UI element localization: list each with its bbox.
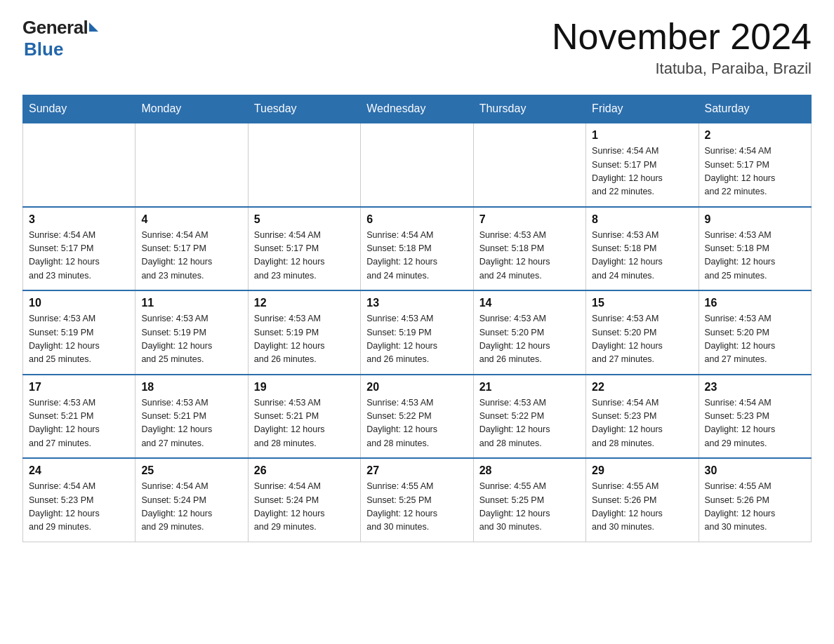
calendar-cell <box>361 123 473 207</box>
day-info: Sunrise: 4:54 AMSunset: 5:24 PMDaylight:… <box>254 480 355 535</box>
day-number: 4 <box>141 213 241 226</box>
day-info: Sunrise: 4:53 AMSunset: 5:20 PMDaylight:… <box>479 312 580 367</box>
day-number: 29 <box>592 464 692 477</box>
day-number: 25 <box>141 464 241 477</box>
logo-general-text: General <box>22 17 88 39</box>
day-info: Sunrise: 4:53 AMSunset: 5:18 PMDaylight:… <box>705 229 805 283</box>
day-number: 19 <box>254 381 355 394</box>
day-info: Sunrise: 4:53 AMSunset: 5:18 PMDaylight:… <box>592 229 692 283</box>
day-number: 12 <box>254 297 355 309</box>
calendar-cell: 19Sunrise: 4:53 AMSunset: 5:21 PMDayligh… <box>248 375 360 459</box>
week-row: 24Sunrise: 4:54 AMSunset: 5:23 PMDayligh… <box>23 458 812 542</box>
calendar-cell: 6Sunrise: 4:54 AMSunset: 5:18 PMDaylight… <box>361 207 473 291</box>
title-block: November 2024 Itatuba, Paraiba, Brazil <box>552 17 812 78</box>
day-info: Sunrise: 4:54 AMSunset: 5:17 PMDaylight:… <box>29 229 129 283</box>
calendar-cell: 13Sunrise: 4:53 AMSunset: 5:19 PMDayligh… <box>361 290 473 375</box>
month-title: November 2024 <box>552 17 812 57</box>
calendar-cell: 8Sunrise: 4:53 AMSunset: 5:18 PMDaylight… <box>586 207 699 291</box>
day-header-row: SundayMondayTuesdayWednesdayThursdayFrid… <box>23 95 812 123</box>
day-info: Sunrise: 4:55 AMSunset: 5:25 PMDaylight:… <box>366 480 467 535</box>
calendar-cell <box>135 123 248 207</box>
day-number: 15 <box>592 297 692 309</box>
day-info: Sunrise: 4:55 AMSunset: 5:26 PMDaylight:… <box>705 480 805 535</box>
calendar-cell: 27Sunrise: 4:55 AMSunset: 5:25 PMDayligh… <box>361 458 473 542</box>
day-info: Sunrise: 4:53 AMSunset: 5:20 PMDaylight:… <box>592 312 692 367</box>
calendar-cell: 29Sunrise: 4:55 AMSunset: 5:26 PMDayligh… <box>586 458 699 542</box>
day-of-week-header: Saturday <box>699 95 811 123</box>
calendar-cell <box>248 123 360 207</box>
day-info: Sunrise: 4:54 AMSunset: 5:17 PMDaylight:… <box>141 229 241 283</box>
day-number: 22 <box>592 381 692 394</box>
week-row: 17Sunrise: 4:53 AMSunset: 5:21 PMDayligh… <box>23 375 812 459</box>
day-number: 6 <box>366 213 467 226</box>
calendar-cell: 7Sunrise: 4:53 AMSunset: 5:18 PMDaylight… <box>473 207 585 291</box>
day-number: 24 <box>29 464 129 477</box>
day-number: 1 <box>592 129 692 142</box>
calendar-cell: 14Sunrise: 4:53 AMSunset: 5:20 PMDayligh… <box>473 290 585 375</box>
calendar-cell: 22Sunrise: 4:54 AMSunset: 5:23 PMDayligh… <box>586 375 699 459</box>
day-number: 11 <box>141 297 241 309</box>
location: Itatuba, Paraiba, Brazil <box>552 60 812 78</box>
day-info: Sunrise: 4:53 AMSunset: 5:19 PMDaylight:… <box>254 312 355 367</box>
day-number: 5 <box>254 213 355 226</box>
day-info: Sunrise: 4:54 AMSunset: 5:17 PMDaylight:… <box>254 229 355 283</box>
calendar-table: SundayMondayTuesdayWednesdayThursdayFrid… <box>22 95 812 542</box>
day-number: 16 <box>705 297 805 309</box>
calendar-cell: 12Sunrise: 4:53 AMSunset: 5:19 PMDayligh… <box>248 290 360 375</box>
day-info: Sunrise: 4:54 AMSunset: 5:24 PMDaylight:… <box>141 480 241 535</box>
day-info: Sunrise: 4:54 AMSunset: 5:23 PMDaylight:… <box>705 396 805 451</box>
calendar-cell: 3Sunrise: 4:54 AMSunset: 5:17 PMDaylight… <box>23 207 135 291</box>
calendar-cell: 4Sunrise: 4:54 AMSunset: 5:17 PMDaylight… <box>135 207 248 291</box>
day-number: 14 <box>479 297 580 309</box>
calendar-cell: 15Sunrise: 4:53 AMSunset: 5:20 PMDayligh… <box>586 290 699 375</box>
calendar-cell <box>23 123 135 207</box>
day-number: 18 <box>141 381 241 394</box>
day-info: Sunrise: 4:53 AMSunset: 5:18 PMDaylight:… <box>479 229 580 283</box>
day-info: Sunrise: 4:53 AMSunset: 5:19 PMDaylight:… <box>366 312 467 367</box>
day-info: Sunrise: 4:53 AMSunset: 5:21 PMDaylight:… <box>141 396 241 451</box>
day-info: Sunrise: 4:53 AMSunset: 5:21 PMDaylight:… <box>29 396 129 451</box>
week-row: 3Sunrise: 4:54 AMSunset: 5:17 PMDaylight… <box>23 207 812 291</box>
day-number: 7 <box>479 213 580 226</box>
calendar-cell: 11Sunrise: 4:53 AMSunset: 5:19 PMDayligh… <box>135 290 248 375</box>
day-number: 21 <box>479 381 580 394</box>
day-number: 30 <box>705 464 805 477</box>
logo-arrow-icon <box>89 22 98 32</box>
day-of-week-header: Thursday <box>473 95 585 123</box>
day-number: 26 <box>254 464 355 477</box>
day-info: Sunrise: 4:55 AMSunset: 5:26 PMDaylight:… <box>592 480 692 535</box>
day-info: Sunrise: 4:53 AMSunset: 5:20 PMDaylight:… <box>705 312 805 367</box>
calendar-cell: 5Sunrise: 4:54 AMSunset: 5:17 PMDaylight… <box>248 207 360 291</box>
day-number: 8 <box>592 213 692 226</box>
day-info: Sunrise: 4:54 AMSunset: 5:17 PMDaylight:… <box>705 145 805 199</box>
week-row: 1Sunrise: 4:54 AMSunset: 5:17 PMDaylight… <box>23 123 812 207</box>
day-number: 10 <box>29 297 129 309</box>
calendar-cell: 1Sunrise: 4:54 AMSunset: 5:17 PMDaylight… <box>586 123 699 207</box>
day-info: Sunrise: 4:54 AMSunset: 5:23 PMDaylight:… <box>592 396 692 451</box>
day-number: 17 <box>29 381 129 394</box>
day-of-week-header: Monday <box>135 95 248 123</box>
logo-blue-text: Blue <box>24 39 63 60</box>
day-info: Sunrise: 4:53 AMSunset: 5:19 PMDaylight:… <box>141 312 241 367</box>
day-number: 20 <box>366 381 467 394</box>
day-number: 23 <box>705 381 805 394</box>
day-of-week-header: Tuesday <box>248 95 360 123</box>
week-row: 10Sunrise: 4:53 AMSunset: 5:19 PMDayligh… <box>23 290 812 375</box>
day-info: Sunrise: 4:54 AMSunset: 5:18 PMDaylight:… <box>366 229 467 283</box>
calendar-cell: 9Sunrise: 4:53 AMSunset: 5:18 PMDaylight… <box>699 207 811 291</box>
calendar-cell: 23Sunrise: 4:54 AMSunset: 5:23 PMDayligh… <box>699 375 811 459</box>
calendar-cell: 16Sunrise: 4:53 AMSunset: 5:20 PMDayligh… <box>699 290 811 375</box>
calendar-cell: 28Sunrise: 4:55 AMSunset: 5:25 PMDayligh… <box>473 458 585 542</box>
day-info: Sunrise: 4:55 AMSunset: 5:25 PMDaylight:… <box>479 480 580 535</box>
calendar-cell: 24Sunrise: 4:54 AMSunset: 5:23 PMDayligh… <box>23 458 135 542</box>
day-number: 2 <box>705 129 805 142</box>
calendar-cell: 25Sunrise: 4:54 AMSunset: 5:24 PMDayligh… <box>135 458 248 542</box>
day-number: 3 <box>29 213 129 226</box>
day-number: 28 <box>479 464 580 477</box>
day-info: Sunrise: 4:53 AMSunset: 5:22 PMDaylight:… <box>366 396 467 451</box>
calendar-cell: 18Sunrise: 4:53 AMSunset: 5:21 PMDayligh… <box>135 375 248 459</box>
day-of-week-header: Sunday <box>23 95 135 123</box>
calendar-cell: 17Sunrise: 4:53 AMSunset: 5:21 PMDayligh… <box>23 375 135 459</box>
calendar-cell <box>473 123 585 207</box>
calendar-cell: 10Sunrise: 4:53 AMSunset: 5:19 PMDayligh… <box>23 290 135 375</box>
